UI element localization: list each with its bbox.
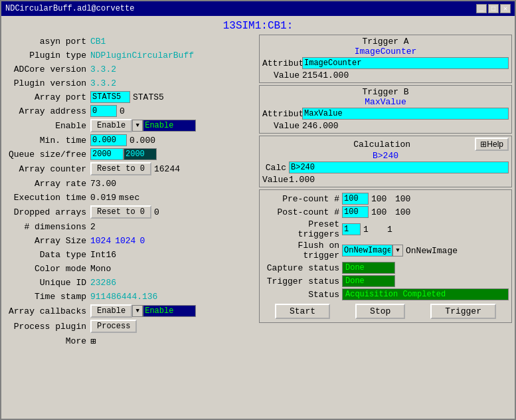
icon-more[interactable]: ⊞ — [90, 336, 96, 347]
btn-array-callbacks[interactable]: Enable — [90, 304, 132, 318]
dropdown-callbacks-arrow[interactable]: ▼ — [132, 305, 143, 317]
row-queue-size: Queue size/free 2000 — [4, 148, 256, 161]
flush-static-val: OnNewImage — [403, 246, 458, 256]
trigger-a-link[interactable]: ImageCounter — [262, 47, 509, 56]
trigger-a-attribute-input[interactable] — [302, 57, 509, 69]
trigger-b-attribute-input[interactable] — [302, 108, 509, 120]
row-color-mode: Color mode Mono — [4, 262, 256, 275]
dropdown-enable-container: ▼ — [132, 120, 143, 132]
bottom-section: Pre-count # 100 100 Post-count # 100 100… — [259, 189, 512, 323]
row-array-counter: Array counter Reset to 0 16244 — [4, 161, 256, 176]
row-array-rate: Array rate 73.00 — [4, 177, 256, 190]
value-dimensions: 2 — [90, 222, 96, 232]
label-array-address: Array address — [4, 106, 90, 116]
input-array-address[interactable] — [90, 105, 117, 117]
flush-dropdown-arrow[interactable]: ▼ — [392, 245, 403, 257]
flush-dropdown-input[interactable] — [342, 245, 392, 257]
trigger-button[interactable]: Trigger — [430, 304, 496, 319]
value-execution-time: 0.019 — [90, 193, 116, 203]
label-enable: Enable — [4, 121, 90, 131]
calc-label: Calc — [262, 163, 289, 173]
status-value: Acquisition Completed — [342, 288, 509, 300]
calc-input[interactable] — [289, 161, 509, 173]
maximize-btn[interactable]: □ — [488, 4, 499, 13]
value-color-mode: Mono — [90, 264, 111, 274]
input-preset-triggers[interactable] — [342, 223, 361, 235]
calculation-section: Calculation ⊞Help B>240 Calc Value 1.000 — [259, 136, 512, 187]
row-capture-status: Capture status Done — [262, 261, 509, 274]
input-pre-count[interactable] — [342, 193, 369, 205]
value-array-rate: 73.00 — [90, 179, 116, 189]
start-button[interactable]: Start — [275, 304, 330, 319]
label-dimensions: # dimensions — [4, 222, 90, 232]
value-adcore-version: 3.3.2 — [90, 64, 116, 74]
close-btn[interactable]: ✕ — [500, 4, 511, 13]
value-unique-id: 23286 — [90, 278, 116, 288]
highlight-enable: Enable — [143, 120, 196, 132]
input-min-time[interactable] — [90, 134, 127, 146]
btn-reset-dropped[interactable]: Reset to 0 — [90, 205, 151, 219]
static-pre-count-2: 100 — [392, 194, 416, 204]
label-array-size: Array Size — [4, 236, 90, 246]
row-execution-time: Execution time 0.019 msec — [4, 191, 256, 204]
label-plugin-version: Plugin version — [4, 78, 90, 88]
input-queue-size[interactable] — [90, 148, 124, 160]
label-dropped-arrays: Dropped arrays — [4, 207, 90, 217]
btn-process-plugin[interactable]: Process — [90, 320, 137, 333]
label-capture-status: Capture status — [262, 263, 342, 273]
row-time-stamp: Time stamp 911486444.136 — [4, 290, 256, 303]
label-array-callbacks: Array callbacks — [4, 306, 90, 316]
title-bar: NDCircularBuff.adl@corvette _ □ ✕ — [1, 1, 515, 16]
label-trigger-status: Trigger status — [262, 276, 342, 286]
trigger-b-attribute-row: Attribute — [262, 107, 509, 120]
row-preset-triggers: Preset triggers 1 1 — [262, 219, 509, 240]
row-data-type: Data type Int16 — [4, 248, 256, 261]
trigger-b-link[interactable]: MaxValue — [262, 97, 509, 107]
trigger-a-value-label: Value — [262, 70, 302, 80]
row-more: More ⊞ — [4, 334, 256, 348]
row-post-count: Post-count # 100 100 — [262, 205, 509, 219]
label-array-rate: Array rate — [4, 179, 90, 189]
app-title: 13SIM1:CB1: — [1, 16, 515, 35]
label-pre-count: Pre-count # — [262, 194, 342, 204]
btn-reset-array-counter[interactable]: Reset to 0 — [90, 162, 151, 175]
trigger-a-value-row: Value 21541.000 — [262, 70, 509, 81]
trigger-a-attribute-label: Attribute — [262, 58, 302, 68]
main-content: asyn port CB1 Plugin type NDPluginCircul… — [1, 35, 515, 419]
title-bar-controls: _ □ ✕ — [476, 4, 511, 13]
row-dimensions: # dimensions 2 — [4, 220, 256, 233]
label-data-type: Data type — [4, 250, 90, 260]
static-array-address: 0 — [117, 106, 125, 116]
calculation-link[interactable]: B>240 — [262, 151, 509, 161]
row-adcore-version: ADCore version 3.3.2 — [4, 62, 256, 76]
row-plugin-version: Plugin version 3.3.2 — [4, 76, 256, 90]
trigger-b-attribute-label: Attribute — [262, 109, 302, 119]
label-process-plugin: Process plugin — [4, 322, 90, 332]
trigger-a-value: 21541.000 — [302, 70, 349, 80]
dropdown-callbacks-container: ▼ — [132, 305, 143, 317]
value-time-stamp: 911486444.136 — [90, 292, 157, 302]
action-row: Start Stop Trigger — [262, 301, 509, 320]
input-array-port[interactable] — [90, 91, 130, 103]
stop-button[interactable]: Stop — [355, 304, 405, 319]
calc-value-row: Value 1.000 — [262, 174, 509, 185]
value-array-size-3: 0 — [135, 236, 145, 246]
static-queue-free: 2000 — [124, 148, 157, 160]
input-post-count[interactable] — [342, 206, 369, 218]
static-array-port: STATS5 — [130, 92, 164, 102]
value-array-size-2: 1024 — [111, 236, 135, 246]
label-min-time: Min. time — [4, 136, 90, 146]
left-panel: asyn port CB1 Plugin type NDPluginCircul… — [4, 35, 256, 416]
help-button[interactable]: ⊞Help — [475, 138, 509, 151]
row-array-address: Array address 0 — [4, 104, 256, 118]
row-trigger-status: Trigger status Done — [262, 274, 509, 288]
row-pre-count: Pre-count # 100 100 — [262, 192, 509, 205]
btn-enable[interactable]: Enable — [90, 119, 132, 132]
label-status: Status — [262, 290, 342, 300]
dropdown-enable-arrow[interactable]: ▼ — [132, 120, 143, 132]
static-preset-1: 1 — [361, 225, 385, 235]
row-asyn-port: asyn port CB1 — [4, 35, 256, 48]
calc-row: Calc — [262, 161, 509, 174]
minimize-btn[interactable]: _ — [476, 4, 487, 13]
trigger-status-value: Done — [342, 275, 395, 287]
